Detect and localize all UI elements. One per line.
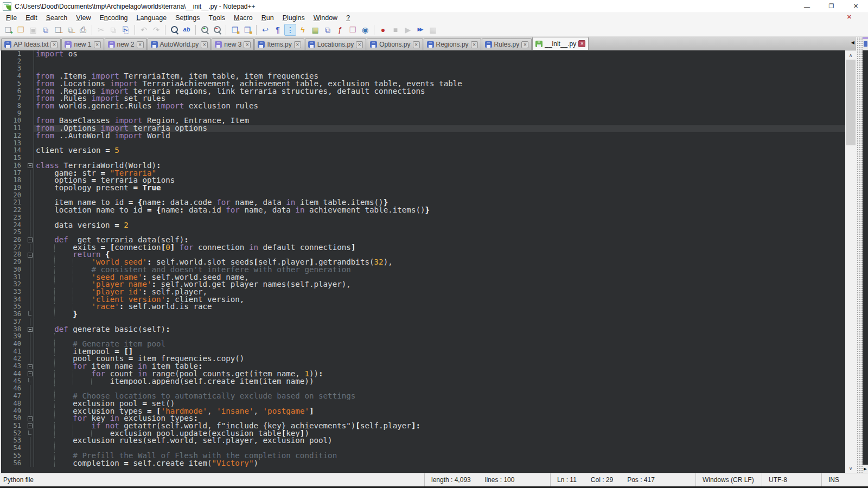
menu-language[interactable]: Language [132,13,171,23]
fold-margin[interactable] [26,445,34,452]
fold-margin[interactable] [26,437,34,445]
fold-margin[interactable] [26,288,34,296]
fold-margin[interactable] [26,117,34,125]
menu-macro[interactable]: Macro [229,13,257,23]
code-line[interactable]: 18options = terraria_options [1,177,845,184]
menu-search[interactable]: Search [42,13,72,23]
tab-items-py[interactable]: Items.py✕ [254,38,304,50]
fold-margin[interactable] [26,95,34,102]
tab-close-icon[interactable]: ✕ [294,41,301,48]
new-file-icon[interactable]: ❏+ [2,24,14,36]
code-line[interactable]: 24data_version = 2 [1,222,845,229]
tab-new-2[interactable]: new 2✕ [105,38,147,50]
tab-new-3[interactable]: new 3✕ [212,38,254,50]
code-line[interactable]: 50for key in exclusion_types: [1,415,845,422]
paste-icon[interactable]: ⎘ [120,24,132,36]
menu-run[interactable]: Run [257,13,278,23]
code-line[interactable]: 11from .Options import terraria_options [1,125,845,132]
fold-margin[interactable] [26,385,34,393]
fold-margin[interactable] [26,318,34,326]
close-button[interactable]: ✕ [844,0,868,12]
code-line[interactable]: 45itempool.append(self.create_item(item_… [1,378,845,386]
code-line[interactable]: 40# Generate item pool [1,341,845,348]
menu-plugins[interactable]: Plugins [278,13,309,23]
code-line[interactable]: 52exclusion_pool.update(exclusion_table[… [1,430,845,438]
save-all-icon[interactable]: ⧉ [40,24,52,36]
code-line[interactable]: 23 [1,214,845,222]
tab-close-icon[interactable]: ✕ [413,41,420,48]
folder-as-workspace-icon[interactable]: ❒ [347,24,359,36]
fold-margin[interactable] [26,296,34,304]
fold-margin[interactable] [26,147,34,155]
fold-margin[interactable] [26,355,34,363]
fold-margin[interactable] [26,229,34,236]
restore-button[interactable]: ❐ [819,0,844,12]
code-line[interactable]: 27exits = [connection[0] for connection … [1,244,845,252]
find-icon[interactable] [168,24,180,36]
fold-collapse-icon[interactable] [28,423,33,428]
tab-close-icon[interactable]: ✕ [50,41,58,48]
fold-margin[interactable] [26,400,34,408]
code-line[interactable]: 43for item_name in item_table: [1,363,845,370]
fold-collapse-icon[interactable] [28,371,33,376]
secondary-view-editor[interactable] [863,50,868,465]
scrollbar-thumb[interactable] [846,60,856,145]
code-line[interactable]: 53exclusion_rules(self.world, self.playe… [1,437,845,445]
code-line[interactable]: 47# Choose locations to automatically ex… [1,393,845,400]
tab-close-icon[interactable]: ✕ [201,41,208,48]
macro-play-icon[interactable]: ▶ [402,24,414,36]
fold-margin[interactable] [26,378,34,386]
code-line[interactable]: 1import os [1,50,845,58]
code-line[interactable]: 34'client_version': client_version, [1,296,845,304]
code-line[interactable]: 5from .Locations import TerrariaAchievem… [1,80,845,88]
fold-margin[interactable] [26,452,34,460]
code-line[interactable]: 20 [1,192,845,200]
fold-margin[interactable] [26,311,34,318]
fold-collapse-icon[interactable] [28,364,33,369]
status-insert-mode[interactable]: INS [821,473,868,486]
fold-collapse-icon[interactable] [28,253,33,258]
open-file-icon[interactable]: ❒ [15,24,27,36]
fold-margin[interactable] [26,184,34,192]
tab-close-icon[interactable]: ✕ [521,41,528,48]
save-macro-icon[interactable]: ▦ [427,24,439,36]
save-icon[interactable]: ▣ [27,24,39,36]
code-line[interactable]: 49exclusion_types = ['hardmode', 'insane… [1,408,845,415]
fold-margin[interactable] [26,65,34,73]
fold-margin[interactable] [26,460,34,467]
tab-autoworld-py[interactable]: AutoWorld.py✕ [148,38,212,50]
code-line[interactable]: 41itempool = [] [1,348,845,356]
fold-margin[interactable] [26,430,34,438]
status-encoding[interactable]: UTF-8 [762,473,821,486]
fold-margin[interactable] [26,363,34,370]
code-line[interactable]: 8from worlds.generic.Rules import exclus… [1,102,845,110]
code-line[interactable]: 36} [1,311,845,318]
show-all-characters-icon[interactable]: ¶ [272,24,284,36]
code-line[interactable]: 4from .Items import TerrariaItem, item_t… [1,73,845,80]
fold-margin[interactable] [26,110,34,118]
tab-close-icon[interactable]: ✕ [356,41,363,48]
show-indent-guide-icon[interactable]: ⋮ [284,24,296,36]
replace-icon[interactable]: ab [181,24,193,36]
word-wrap-icon[interactable]: ↩ [259,24,271,36]
code-line[interactable]: 39 [1,333,845,341]
vertical-scrollbar[interactable]: ∧ ∨ [845,50,856,473]
close-document-icon[interactable]: ✕ [847,14,852,21]
fold-margin[interactable] [26,415,34,422]
tab-close-icon[interactable]: ✕ [94,41,101,48]
document-map-icon[interactable]: ▦ [309,24,321,36]
tab-ap-ideas-txt[interactable]: AP Ideas.txt✕ [1,38,61,50]
fold-margin[interactable] [26,207,34,214]
menu-settings[interactable]: Settings [171,13,204,23]
fold-margin[interactable] [26,73,34,80]
fold-margin[interactable] [26,236,34,244]
code-line[interactable]: 19topology_present = True [1,184,845,192]
tab-locations-py[interactable]: Locations.py✕ [305,38,366,50]
tab-close-icon[interactable]: ✕ [578,40,585,47]
fold-collapse-icon[interactable] [28,163,33,168]
code-line[interactable]: 12from ..AutoWorld import World [1,132,845,140]
secondary-scroll-right-icon[interactable]: ▶ [863,465,868,473]
fold-margin[interactable] [26,408,34,415]
copy-icon[interactable]: ⧉ [107,24,119,36]
fold-margin[interactable] [26,393,34,400]
